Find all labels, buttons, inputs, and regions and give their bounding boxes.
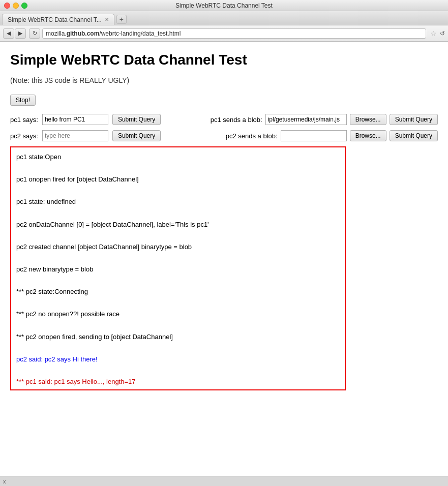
forward-button[interactable]: ▶ bbox=[15, 28, 26, 39]
window-title: Simple WebRTC Data Channel Test bbox=[175, 2, 273, 9]
pc1-says-label: pc1 says: bbox=[10, 116, 38, 124]
maximize-button[interactable] bbox=[21, 3, 27, 9]
log-line bbox=[16, 365, 340, 376]
log-line: *** pc1 said: pc1 says Hello..., length=… bbox=[16, 376, 340, 387]
active-tab[interactable]: Simple WebRTC Data Channel T... ✕ bbox=[2, 14, 114, 25]
title-bar: Simple WebRTC Data Channel Test bbox=[0, 0, 448, 11]
reload-button[interactable]: ↻ bbox=[29, 28, 40, 39]
new-tab-button[interactable]: + bbox=[116, 15, 127, 24]
log-line bbox=[16, 320, 340, 331]
page-title: Simple WebRTC Data Channel Test bbox=[10, 52, 438, 68]
log-line bbox=[16, 387, 340, 390]
url-bold: github.com bbox=[67, 30, 100, 37]
log-line bbox=[16, 275, 340, 286]
stop-button-container: Stop! bbox=[10, 95, 438, 114]
log-line bbox=[16, 185, 340, 196]
log-line: pc1 state:Open bbox=[16, 151, 340, 163]
log-line: pc1 state: undefined bbox=[16, 196, 340, 207]
log-line bbox=[16, 230, 340, 241]
page-content: Simple WebRTC Data Channel Test (Note: t… bbox=[0, 42, 448, 476]
refresh-icon[interactable]: ↺ bbox=[440, 30, 445, 37]
pc2-browse-button[interactable]: Browse... bbox=[350, 130, 386, 141]
nav-buttons: ◀ ▶ bbox=[3, 28, 26, 39]
pc2-says-row: pc2 says: Submit Query pc2 sends a blob:… bbox=[10, 130, 438, 141]
close-button[interactable] bbox=[4, 3, 10, 9]
tab-close-icon[interactable]: ✕ bbox=[105, 17, 109, 22]
pc2-submit-button[interactable]: Submit Query bbox=[112, 130, 161, 141]
stop-button[interactable]: Stop! bbox=[10, 95, 36, 106]
log-line: pc2 onDataChannel [0] = [object DataChan… bbox=[16, 219, 340, 230]
log-line: pc2 created channel [object DataChannel]… bbox=[16, 241, 340, 253]
log-line: pc2 said: pc2 says Hi there! bbox=[16, 354, 340, 365]
log-line bbox=[16, 207, 340, 219]
minimize-button[interactable] bbox=[13, 3, 19, 9]
url-suffix: /webrtc-landing/data_test.html bbox=[99, 30, 181, 37]
pc1-says-input[interactable] bbox=[42, 114, 108, 125]
pc2-blob-submit-button[interactable]: Submit Query bbox=[390, 130, 438, 141]
pc1-blob-submit-button[interactable]: Submit Query bbox=[390, 114, 438, 125]
url-prefix: mozilla. bbox=[46, 30, 67, 37]
pc2-says-label: pc2 says: bbox=[10, 132, 38, 140]
log-line bbox=[16, 253, 340, 264]
back-button[interactable]: ◀ bbox=[3, 28, 14, 39]
status-text: x bbox=[3, 478, 6, 484]
tab-bar: Simple WebRTC Data Channel T... ✕ + bbox=[0, 11, 448, 25]
pc2-says-input[interactable] bbox=[42, 130, 108, 141]
pc2-blob-label: pc2 sends a blob: bbox=[226, 132, 278, 140]
pc2-blob-input[interactable] bbox=[281, 130, 347, 141]
log-line: *** pc2 state:Connecting bbox=[16, 286, 340, 297]
pc2-blob-section: pc2 sends a blob: Browse... Submit Query bbox=[226, 130, 438, 141]
status-bar: x bbox=[0, 476, 448, 486]
log-line bbox=[16, 163, 340, 174]
log-line: *** pc2 onopen fired, sending to [object… bbox=[16, 331, 340, 343]
address-bar: ◀ ▶ ↻ mozilla.github.com/webrtc-landing/… bbox=[0, 25, 448, 42]
window-controls bbox=[4, 3, 27, 9]
log-line: pc2 new binarytype = blob bbox=[16, 264, 340, 275]
page-subtitle: (Note: this JS code is REALLY UGLY) bbox=[10, 76, 438, 84]
pc1-blob-label: pc1 sends a blob: bbox=[211, 116, 262, 124]
pc1-blob-section: pc1 sends a blob: Browse... Submit Query bbox=[211, 114, 438, 125]
pc1-blob-input[interactable] bbox=[265, 114, 347, 125]
log-line: pc1 onopen fired for [object DataChannel… bbox=[16, 174, 340, 185]
url-bar[interactable]: mozilla.github.com/webrtc-landing/data_t… bbox=[42, 28, 426, 39]
log-area[interactable]: pc1 state:Open pc1 onopen fired for [obj… bbox=[10, 146, 346, 390]
pc1-submit-button[interactable]: Submit Query bbox=[112, 114, 161, 125]
bookmark-icon[interactable]: ☆ bbox=[430, 29, 437, 38]
pc1-says-row: pc1 says: Submit Query pc1 sends a blob:… bbox=[10, 114, 438, 125]
log-line: *** pc2 no onopen??! possible race bbox=[16, 309, 340, 320]
log-line bbox=[16, 343, 340, 354]
pc1-browse-button[interactable]: Browse... bbox=[350, 114, 386, 125]
log-line bbox=[16, 297, 340, 309]
tab-label: Simple WebRTC Data Channel T... bbox=[8, 16, 102, 23]
